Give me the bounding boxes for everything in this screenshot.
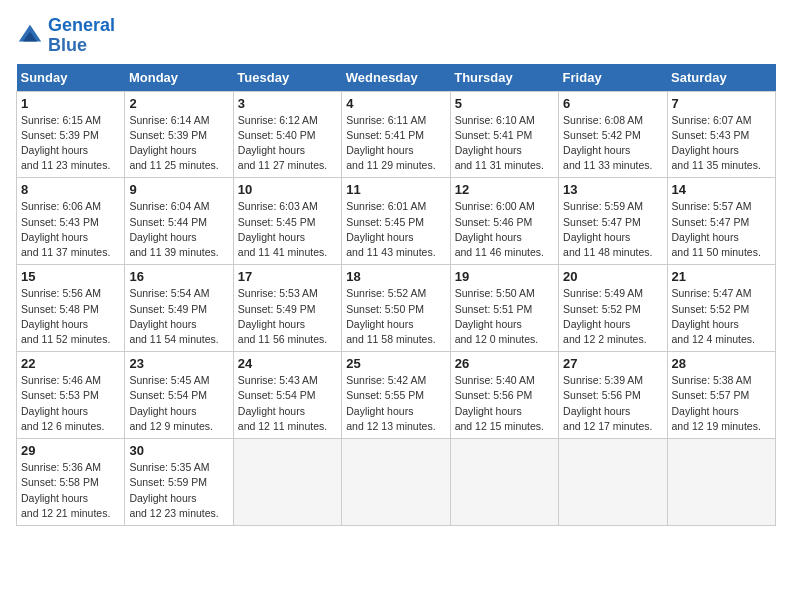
calendar-week-4: 22 Sunrise: 5:46 AM Sunset: 5:53 PM Dayl… xyxy=(17,352,776,439)
header-cell-sunday: Sunday xyxy=(17,64,125,92)
day-number: 26 xyxy=(455,356,554,371)
day-number: 24 xyxy=(238,356,337,371)
day-info: Sunrise: 5:43 AM Sunset: 5:54 PM Dayligh… xyxy=(238,373,337,434)
calendar-header-row: SundayMondayTuesdayWednesdayThursdayFrid… xyxy=(17,64,776,92)
day-info: Sunrise: 5:52 AM Sunset: 5:50 PM Dayligh… xyxy=(346,286,445,347)
calendar-week-2: 8 Sunrise: 6:06 AM Sunset: 5:43 PM Dayli… xyxy=(17,178,776,265)
day-info: Sunrise: 5:40 AM Sunset: 5:56 PM Dayligh… xyxy=(455,373,554,434)
calendar-cell: 16 Sunrise: 5:54 AM Sunset: 5:49 PM Dayl… xyxy=(125,265,233,352)
calendar-cell: 19 Sunrise: 5:50 AM Sunset: 5:51 PM Dayl… xyxy=(450,265,558,352)
day-info: Sunrise: 6:08 AM Sunset: 5:42 PM Dayligh… xyxy=(563,113,662,174)
day-info: Sunrise: 6:11 AM Sunset: 5:41 PM Dayligh… xyxy=(346,113,445,174)
calendar-cell: 13 Sunrise: 5:59 AM Sunset: 5:47 PM Dayl… xyxy=(559,178,667,265)
day-number: 25 xyxy=(346,356,445,371)
day-number: 7 xyxy=(672,96,771,111)
day-number: 23 xyxy=(129,356,228,371)
day-number: 13 xyxy=(563,182,662,197)
day-info: Sunrise: 5:42 AM Sunset: 5:55 PM Dayligh… xyxy=(346,373,445,434)
day-info: Sunrise: 6:07 AM Sunset: 5:43 PM Dayligh… xyxy=(672,113,771,174)
logo: GeneralBlue xyxy=(16,16,115,56)
header-cell-tuesday: Tuesday xyxy=(233,64,341,92)
day-number: 18 xyxy=(346,269,445,284)
day-info: Sunrise: 5:36 AM Sunset: 5:58 PM Dayligh… xyxy=(21,460,120,521)
day-number: 14 xyxy=(672,182,771,197)
day-number: 30 xyxy=(129,443,228,458)
calendar-cell xyxy=(667,439,775,526)
day-info: Sunrise: 5:53 AM Sunset: 5:49 PM Dayligh… xyxy=(238,286,337,347)
day-number: 3 xyxy=(238,96,337,111)
logo-text: GeneralBlue xyxy=(48,16,115,56)
calendar-cell: 20 Sunrise: 5:49 AM Sunset: 5:52 PM Dayl… xyxy=(559,265,667,352)
calendar-cell: 26 Sunrise: 5:40 AM Sunset: 5:56 PM Dayl… xyxy=(450,352,558,439)
day-info: Sunrise: 6:03 AM Sunset: 5:45 PM Dayligh… xyxy=(238,199,337,260)
calendar-cell: 8 Sunrise: 6:06 AM Sunset: 5:43 PM Dayli… xyxy=(17,178,125,265)
day-number: 9 xyxy=(129,182,228,197)
calendar-cell: 23 Sunrise: 5:45 AM Sunset: 5:54 PM Dayl… xyxy=(125,352,233,439)
calendar-week-5: 29 Sunrise: 5:36 AM Sunset: 5:58 PM Dayl… xyxy=(17,439,776,526)
calendar-week-3: 15 Sunrise: 5:56 AM Sunset: 5:48 PM Dayl… xyxy=(17,265,776,352)
day-number: 21 xyxy=(672,269,771,284)
calendar-cell: 9 Sunrise: 6:04 AM Sunset: 5:44 PM Dayli… xyxy=(125,178,233,265)
day-info: Sunrise: 5:57 AM Sunset: 5:47 PM Dayligh… xyxy=(672,199,771,260)
day-info: Sunrise: 6:14 AM Sunset: 5:39 PM Dayligh… xyxy=(129,113,228,174)
day-info: Sunrise: 5:54 AM Sunset: 5:49 PM Dayligh… xyxy=(129,286,228,347)
day-number: 16 xyxy=(129,269,228,284)
day-info: Sunrise: 6:15 AM Sunset: 5:39 PM Dayligh… xyxy=(21,113,120,174)
day-number: 29 xyxy=(21,443,120,458)
calendar-cell: 10 Sunrise: 6:03 AM Sunset: 5:45 PM Dayl… xyxy=(233,178,341,265)
day-info: Sunrise: 6:00 AM Sunset: 5:46 PM Dayligh… xyxy=(455,199,554,260)
calendar-cell xyxy=(450,439,558,526)
day-info: Sunrise: 5:50 AM Sunset: 5:51 PM Dayligh… xyxy=(455,286,554,347)
header-cell-thursday: Thursday xyxy=(450,64,558,92)
day-info: Sunrise: 6:12 AM Sunset: 5:40 PM Dayligh… xyxy=(238,113,337,174)
calendar-cell: 5 Sunrise: 6:10 AM Sunset: 5:41 PM Dayli… xyxy=(450,91,558,178)
day-number: 1 xyxy=(21,96,120,111)
calendar-cell: 22 Sunrise: 5:46 AM Sunset: 5:53 PM Dayl… xyxy=(17,352,125,439)
day-info: Sunrise: 5:45 AM Sunset: 5:54 PM Dayligh… xyxy=(129,373,228,434)
day-number: 15 xyxy=(21,269,120,284)
calendar-cell: 24 Sunrise: 5:43 AM Sunset: 5:54 PM Dayl… xyxy=(233,352,341,439)
header-cell-friday: Friday xyxy=(559,64,667,92)
calendar-cell: 28 Sunrise: 5:38 AM Sunset: 5:57 PM Dayl… xyxy=(667,352,775,439)
calendar-cell: 3 Sunrise: 6:12 AM Sunset: 5:40 PM Dayli… xyxy=(233,91,341,178)
calendar-cell: 1 Sunrise: 6:15 AM Sunset: 5:39 PM Dayli… xyxy=(17,91,125,178)
day-number: 2 xyxy=(129,96,228,111)
calendar-cell: 27 Sunrise: 5:39 AM Sunset: 5:56 PM Dayl… xyxy=(559,352,667,439)
day-info: Sunrise: 6:01 AM Sunset: 5:45 PM Dayligh… xyxy=(346,199,445,260)
calendar-cell: 30 Sunrise: 5:35 AM Sunset: 5:59 PM Dayl… xyxy=(125,439,233,526)
header-cell-monday: Monday xyxy=(125,64,233,92)
day-number: 10 xyxy=(238,182,337,197)
day-number: 5 xyxy=(455,96,554,111)
calendar-body: 1 Sunrise: 6:15 AM Sunset: 5:39 PM Dayli… xyxy=(17,91,776,525)
calendar-week-1: 1 Sunrise: 6:15 AM Sunset: 5:39 PM Dayli… xyxy=(17,91,776,178)
calendar-cell: 29 Sunrise: 5:36 AM Sunset: 5:58 PM Dayl… xyxy=(17,439,125,526)
day-number: 28 xyxy=(672,356,771,371)
calendar-cell: 12 Sunrise: 6:00 AM Sunset: 5:46 PM Dayl… xyxy=(450,178,558,265)
calendar-cell: 4 Sunrise: 6:11 AM Sunset: 5:41 PM Dayli… xyxy=(342,91,450,178)
day-info: Sunrise: 5:46 AM Sunset: 5:53 PM Dayligh… xyxy=(21,373,120,434)
day-info: Sunrise: 6:10 AM Sunset: 5:41 PM Dayligh… xyxy=(455,113,554,174)
day-number: 12 xyxy=(455,182,554,197)
calendar-cell: 21 Sunrise: 5:47 AM Sunset: 5:52 PM Dayl… xyxy=(667,265,775,352)
page-header: GeneralBlue xyxy=(16,16,776,56)
calendar-cell: 18 Sunrise: 5:52 AM Sunset: 5:50 PM Dayl… xyxy=(342,265,450,352)
day-info: Sunrise: 6:06 AM Sunset: 5:43 PM Dayligh… xyxy=(21,199,120,260)
calendar-cell: 7 Sunrise: 6:07 AM Sunset: 5:43 PM Dayli… xyxy=(667,91,775,178)
header-cell-wednesday: Wednesday xyxy=(342,64,450,92)
day-info: Sunrise: 5:49 AM Sunset: 5:52 PM Dayligh… xyxy=(563,286,662,347)
day-info: Sunrise: 5:39 AM Sunset: 5:56 PM Dayligh… xyxy=(563,373,662,434)
calendar-cell: 14 Sunrise: 5:57 AM Sunset: 5:47 PM Dayl… xyxy=(667,178,775,265)
day-number: 11 xyxy=(346,182,445,197)
calendar-cell xyxy=(342,439,450,526)
calendar-cell xyxy=(233,439,341,526)
calendar-cell: 17 Sunrise: 5:53 AM Sunset: 5:49 PM Dayl… xyxy=(233,265,341,352)
header-cell-saturday: Saturday xyxy=(667,64,775,92)
calendar-cell: 25 Sunrise: 5:42 AM Sunset: 5:55 PM Dayl… xyxy=(342,352,450,439)
day-number: 8 xyxy=(21,182,120,197)
day-number: 22 xyxy=(21,356,120,371)
day-number: 20 xyxy=(563,269,662,284)
day-number: 4 xyxy=(346,96,445,111)
day-number: 6 xyxy=(563,96,662,111)
day-number: 17 xyxy=(238,269,337,284)
calendar-cell: 2 Sunrise: 6:14 AM Sunset: 5:39 PM Dayli… xyxy=(125,91,233,178)
